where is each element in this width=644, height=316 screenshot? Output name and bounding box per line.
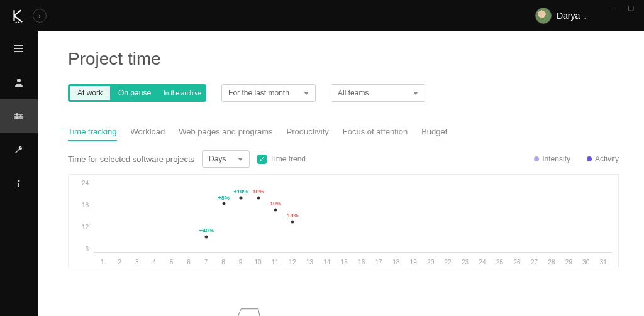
x-tick: 31 [595,259,612,266]
check-icon: ✓ [257,155,267,164]
window-maximize-icon[interactable]: ▢ [628,4,634,12]
annotation: +40% [199,227,214,234]
x-tick: 22 [439,259,456,266]
filters-row: At work On pause In the archive For the … [68,84,619,102]
tab-focus[interactable]: Focus of attention [343,123,408,141]
chart-label: Time for selected software projects [68,155,194,164]
x-axis: 1234567891011121314151617181920222324252… [94,259,612,266]
status-archive[interactable]: In the archive [158,84,206,102]
x-tick: 6 [180,259,197,266]
x-tick: 1 [94,259,111,266]
legend-intensity: Intensity [534,155,570,163]
chart-controls: Time for selected software projects Days… [68,150,619,168]
trend-point [291,221,294,224]
x-tick: 14 [318,259,335,266]
svg-rect-1 [14,48,23,49]
x-tick: 29 [560,259,577,266]
plot-area: +40%+8%+10%10%10%18% [94,180,612,253]
tab-web-pages[interactable]: Web pages and programs [179,123,272,141]
x-tick: 3 [128,259,145,266]
svg-point-6 [16,117,18,119]
team-dropdown[interactable]: All teams [331,84,425,102]
trend-point [257,196,260,199]
main-content: Project time At work On pause In the arc… [38,31,644,316]
tab-budget[interactable]: Budget [421,123,447,141]
x-tick: 11 [267,259,284,266]
annotation: 10% [270,200,281,207]
sidebar-item-tools[interactable] [0,133,38,167]
x-tick: 30 [577,259,594,266]
svg-point-5 [19,115,22,117]
annotation: 18% [287,212,298,219]
sidebar-item-list[interactable] [0,31,38,65]
top-bar: › Darya ⌄ ─ ▢ [0,0,644,31]
x-tick: 27 [526,259,543,266]
annotation: +10% [234,188,248,195]
x-tick: 25 [491,259,508,266]
status-segmented: At work On pause In the archive [68,84,206,102]
tab-time-tracking[interactable]: Time tracking [68,123,117,141]
x-tick: 24 [474,259,491,266]
chevron-down-icon: ⌄ [582,13,587,20]
section-tabs: Time tracking Workload Web pages and pro… [68,123,619,141]
x-tick: 23 [457,259,474,266]
annotation: 10% [253,188,264,195]
user-name-label: Darya [557,11,580,21]
tab-productivity[interactable]: Productivity [287,123,329,141]
status-on-pause[interactable]: On pause [111,84,158,102]
user-menu[interactable]: Darya ⌄ [557,11,587,21]
svg-point-7 [18,180,20,182]
granularity-dropdown[interactable]: Days [202,150,250,168]
x-tick: 18 [387,259,404,266]
x-tick: 9 [232,259,249,266]
avatar[interactable] [535,8,552,24]
x-tick: 8 [214,259,231,266]
x-tick: 2 [111,259,128,266]
chart-legend: Intensity Activity [534,155,619,163]
status-at-work[interactable]: At work [69,85,111,101]
trend-point [274,208,277,211]
svg-rect-0 [14,45,23,46]
svg-point-3 [17,79,21,82]
x-tick: 16 [353,259,370,266]
x-tick: 4 [145,259,162,266]
svg-rect-8 [18,183,19,187]
trend-point [222,202,225,205]
sidebar [0,31,38,316]
x-tick: 5 [163,259,180,266]
x-tick: 7 [197,259,214,266]
page-title: Project time [68,49,619,69]
period-dropdown[interactable]: For the last month [221,84,316,102]
nav-forward-button[interactable]: › [33,9,47,23]
sidebar-item-user[interactable] [0,65,38,99]
x-tick: 17 [370,259,387,266]
x-tick: 20 [422,259,439,266]
chart: 24 18 12 6 +40%+8%+10%10%10%18% 12345678… [68,174,619,268]
x-tick: 13 [301,259,318,266]
team-label: All teams [338,89,369,97]
time-trend-checkbox[interactable]: ✓ Time trend [257,155,306,164]
x-tick: 28 [543,259,560,266]
svg-rect-2 [14,51,23,52]
sidebar-item-info[interactable] [0,167,38,201]
annotation: +8% [218,195,230,201]
legend-activity: Activity [587,155,619,163]
trend-point [240,196,243,199]
granularity-label: Days [209,155,226,163]
x-tick: 15 [336,259,353,266]
x-tick: 19 [404,259,421,266]
app-logo [10,8,26,24]
x-tick: 10 [249,259,266,266]
sidebar-item-settings[interactable] [0,99,38,133]
tab-workload[interactable]: Workload [131,123,165,141]
x-tick: 26 [508,259,525,266]
svg-point-4 [16,113,18,116]
x-tick: 12 [284,259,301,266]
time-trend-label: Time trend [270,155,306,163]
trend-point [205,236,208,239]
y-axis: 24 18 12 6 [72,180,89,253]
window-minimize-icon[interactable]: ─ [611,4,616,12]
period-label: For the last month [228,89,289,97]
